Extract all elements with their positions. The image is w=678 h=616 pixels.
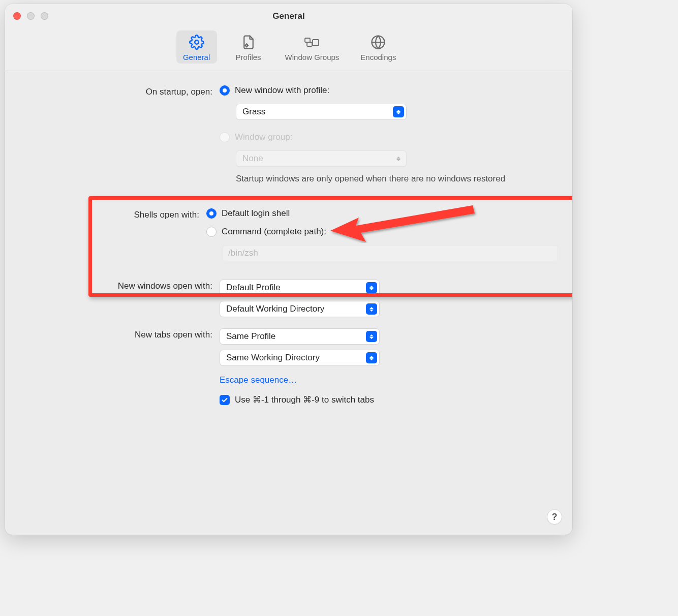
svg-rect-2 — [305, 38, 310, 42]
startup-radio-profile[interactable] — [220, 85, 230, 96]
startup-profile-select[interactable]: Grass — [236, 104, 407, 120]
tab-general[interactable]: General — [176, 30, 217, 64]
window-groups-icon — [303, 34, 321, 51]
startup-note: Startup windows are only opened when the… — [236, 174, 558, 184]
new-windows-profile-value: Default Profile — [226, 283, 281, 293]
content-area: On startup, open: New window with profil… — [5, 71, 572, 408]
shells-label: Shells open with: — [19, 208, 199, 220]
chevron-updown-icon — [366, 331, 377, 342]
shells-command-input[interactable]: /bin/zsh — [223, 245, 558, 261]
startup-group-value: None — [242, 153, 263, 164]
help-button[interactable]: ? — [547, 509, 562, 525]
tab-profiles-label: Profiles — [236, 53, 261, 61]
new-windows-dir-select[interactable]: Default Working Directory — [220, 301, 380, 317]
new-windows-profile-select[interactable]: Default Profile — [220, 280, 380, 296]
new-tabs-profile-select[interactable]: Same Profile — [220, 328, 380, 345]
tab-general-label: General — [183, 53, 210, 61]
startup-radio-group-label: Window group: — [235, 132, 292, 142]
help-icon: ? — [552, 512, 558, 522]
tab-encodings-label: Encodings — [360, 53, 396, 61]
chevron-updown-icon — [366, 303, 377, 315]
profile-doc-icon — [240, 34, 257, 51]
new-tabs-profile-value: Same Profile — [226, 331, 275, 342]
shells-radio-default[interactable] — [206, 208, 217, 219]
tab-encodings[interactable]: Encodings — [355, 30, 401, 64]
startup-profile-value: Grass — [242, 107, 265, 117]
globe-icon — [369, 34, 387, 51]
chevron-updown-icon — [393, 106, 404, 117]
shells-command-placeholder: /bin/zsh — [228, 248, 258, 258]
shells-radio-command-label: Command (complete path): — [222, 227, 326, 237]
tab-profiles[interactable]: Profiles — [228, 30, 269, 64]
chevron-updown-icon — [366, 282, 377, 293]
svg-point-0 — [195, 40, 199, 44]
startup-group-select: None — [236, 150, 407, 167]
cmd-switch-checkbox[interactable] — [220, 395, 230, 405]
gear-icon — [188, 34, 205, 51]
preferences-toolbar: General Profiles Window Gro — [5, 28, 572, 71]
escape-sequence-link[interactable]: Escape sequence… — [220, 375, 558, 385]
shells-radio-default-label: Default login shell — [222, 208, 290, 219]
svg-rect-4 — [313, 40, 319, 46]
svg-rect-3 — [307, 42, 312, 46]
shells-radio-command[interactable] — [206, 227, 217, 237]
chevron-updown-icon — [393, 153, 404, 164]
startup-radio-profile-label: New window with profile: — [235, 85, 329, 96]
new-tabs-dir-value: Same Working Directory — [226, 353, 320, 363]
cmd-switch-label: Use ⌘-1 through ⌘-9 to switch tabs — [235, 394, 374, 405]
new-tabs-dir-select[interactable]: Same Working Directory — [220, 350, 380, 366]
chevron-updown-icon — [366, 352, 377, 363]
tab-window-groups-label: Window Groups — [285, 53, 340, 61]
window-title: General — [5, 11, 572, 21]
startup-label: On startup, open: — [19, 85, 212, 97]
startup-radio-group[interactable] — [220, 132, 230, 142]
titlebar: General — [5, 4, 572, 28]
new-windows-label: New windows open with: — [19, 280, 212, 291]
new-windows-dir-value: Default Working Directory — [226, 304, 324, 314]
new-tabs-label: New tabs open with: — [19, 328, 212, 340]
preferences-window: General General Profiles — [5, 4, 572, 535]
tab-window-groups[interactable]: Window Groups — [280, 30, 345, 64]
